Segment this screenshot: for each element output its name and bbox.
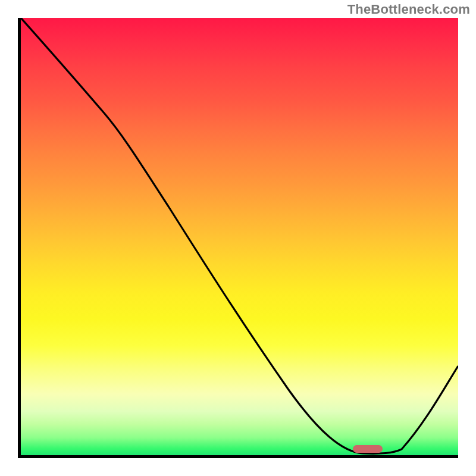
gradient-background [21, 18, 458, 455]
plot-area [18, 18, 458, 458]
optimal-range-marker [353, 445, 383, 453]
attribution-text: TheBottleneck.com [347, 2, 470, 17]
chart-container: TheBottleneck.com [0, 0, 476, 476]
